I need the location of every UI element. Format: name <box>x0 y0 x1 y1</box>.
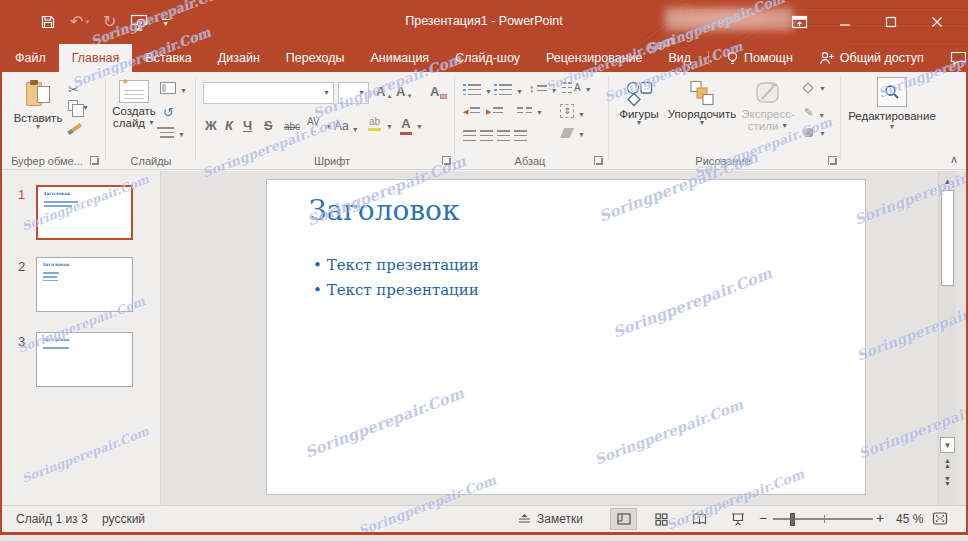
slideshow-view-button[interactable] <box>724 508 751 530</box>
zoom-level[interactable]: 45 % <box>896 512 923 526</box>
new-slide-button[interactable]: * Создать слайд▼ <box>110 80 158 129</box>
text-shadow-icon[interactable]: abc <box>284 121 300 132</box>
align-left-icon[interactable] <box>463 130 476 141</box>
bullets-icon[interactable]: ▼ <box>463 84 492 95</box>
font-name-combobox[interactable]: ▼ <box>203 82 334 104</box>
notes-icon[interactable] <box>518 513 531 525</box>
section-icon[interactable]: ▼ <box>160 127 185 138</box>
clipboard-dialog-launcher[interactable] <box>90 156 99 165</box>
text-direction-icon[interactable]: A▼ <box>562 82 592 93</box>
font-color-icon[interactable]: А <box>400 116 412 135</box>
slide-bullet-text[interactable]: Текст презентации <box>313 256 479 274</box>
decrease-indent-icon[interactable]: ◀ <box>463 107 480 116</box>
align-justify-icon[interactable] <box>514 130 527 141</box>
language-indicator[interactable]: русский <box>102 512 145 526</box>
tab-animations[interactable]: Анимация <box>357 44 442 72</box>
normal-view-button[interactable] <box>610 508 637 530</box>
font-dialog-launcher[interactable] <box>442 156 451 165</box>
shape-effects-icon[interactable]: ▼ <box>804 128 826 137</box>
format-painter-icon[interactable] <box>68 120 84 134</box>
slide-thumbnail-2[interactable]: Заголовок <box>36 257 133 312</box>
vertical-scrollbar[interactable]: ▲ ▼ ▲▲ ▼▼ <box>938 171 956 505</box>
fit-to-window-icon[interactable] <box>932 511 948 526</box>
convert-smartart-icon[interactable]: ▼ <box>560 128 585 138</box>
change-case-icon[interactable]: Aa▼ <box>334 119 359 133</box>
grow-font-icon[interactable]: А▲ <box>376 84 392 99</box>
clipboard-group-label: Буфер обме... <box>6 155 88 167</box>
next-slide-icon[interactable]: ▼▼ <box>939 477 956 486</box>
previous-slide-icon[interactable]: ▲▲ <box>939 459 956 468</box>
numbering-icon[interactable]: ▼ <box>494 84 523 95</box>
scrollbar-thumb[interactable] <box>941 190 954 286</box>
blurred-account-name <box>665 8 793 30</box>
window-controls <box>776 0 960 44</box>
collapse-ribbon-icon[interactable]: ∧ <box>950 153 958 166</box>
slide-thumbnail-1[interactable]: Заголовок <box>36 185 133 240</box>
shapes-button[interactable]: Фигуры ▼ <box>614 80 664 126</box>
slide-canvas[interactable]: Заголовок Текст презентации Текст презен… <box>266 179 866 495</box>
tab-home[interactable]: Главная <box>59 44 133 72</box>
tab-insert[interactable]: Вставка <box>132 44 204 72</box>
quick-styles-icon <box>754 80 782 107</box>
tab-review[interactable]: Рецензирование <box>533 44 656 72</box>
align-center-icon[interactable] <box>480 130 493 141</box>
clear-formatting-icon[interactable]: А <box>430 84 447 99</box>
drawing-dialog-launcher[interactable] <box>828 156 837 165</box>
tab-share[interactable]: Общий доступ <box>806 44 937 72</box>
slides-group-label: Слайды <box>108 155 194 167</box>
notes-toggle[interactable]: Заметки <box>537 512 583 526</box>
slide-layout-icon[interactable]: ▼ <box>160 82 187 94</box>
paste-button[interactable]: Вставить ▼ <box>14 80 62 130</box>
powerpoint-window: ↶▾ ↻ ▾ Презентация1 - PowerPoint Файл Гл… <box>0 0 968 535</box>
shrink-font-icon[interactable]: А▼ <box>396 84 412 99</box>
shape-outline-icon[interactable]: ✎▼ <box>804 106 825 119</box>
cut-icon[interactable]: ✂ <box>68 82 79 97</box>
shape-fill-icon[interactable]: ▼ <box>804 84 826 92</box>
editing-button[interactable]: Редактирование ▼ <box>844 77 940 130</box>
scroll-down-icon[interactable]: ▼ <box>940 437 955 453</box>
quick-styles-button[interactable]: Экспресс- стили▼ <box>742 80 794 132</box>
strikethrough-icon[interactable]: S <box>264 118 273 133</box>
slide-bullet-text[interactable]: Текст презентации <box>313 281 479 299</box>
character-spacing-icon[interactable]: AV↔ <box>307 116 320 133</box>
font-size-combobox[interactable]: ▼ <box>338 82 369 104</box>
minimize-button[interactable] <box>822 0 868 44</box>
tab-file[interactable]: Файл <box>2 44 59 72</box>
copy-icon[interactable]: ▼ <box>68 100 89 111</box>
close-button[interactable] <box>914 0 960 44</box>
zoom-in-icon[interactable]: + <box>876 510 884 526</box>
italic-icon[interactable]: К <box>225 118 233 133</box>
reset-slide-icon[interactable]: ↺ <box>163 105 174 120</box>
slide-indicator[interactable]: Слайд 1 из 3 <box>16 512 88 526</box>
slide-thumbnail-3[interactable]: Заголовок <box>36 332 133 387</box>
arrange-button[interactable]: Упорядочить ▼ <box>664 80 740 126</box>
maximize-button[interactable] <box>868 0 914 44</box>
columns-icon[interactable]: ▼ <box>517 107 543 116</box>
tab-design[interactable]: Дизайн <box>205 44 273 72</box>
increase-indent-icon[interactable]: ▶ <box>486 107 503 116</box>
reading-view-button[interactable] <box>686 508 713 530</box>
zoom-slider-track[interactable] <box>773 518 873 520</box>
zoom-slider-thumb[interactable] <box>790 513 795 526</box>
underline-icon[interactable]: Ч <box>243 118 252 133</box>
bold-icon[interactable]: Ж <box>205 118 217 133</box>
slide-title-text[interactable]: Заголовок <box>309 194 459 227</box>
tab-view[interactable]: Вид <box>655 44 704 72</box>
tab-transitions[interactable]: Переходы <box>273 44 358 72</box>
font-group-label: Шрифт <box>302 155 362 167</box>
zoom-out-icon[interactable]: − <box>759 510 767 526</box>
comments-icon[interactable] <box>937 44 968 72</box>
paragraph-dialog-launcher[interactable] <box>594 156 603 165</box>
line-spacing-icon[interactable]: ↕▼ <box>529 82 557 94</box>
ribbon-display-options-icon[interactable] <box>776 0 822 44</box>
tab-tell-me[interactable]: Помощн <box>713 44 806 72</box>
paragraph-group-label: Абзац <box>500 155 560 167</box>
align-right-icon[interactable] <box>497 130 510 141</box>
tab-slideshow[interactable]: Слайд-шоу <box>442 44 533 72</box>
ribbon-tabs: Файл Главная Вставка Дизайн Переходы Ани… <box>2 44 966 72</box>
shapes-icon <box>624 80 654 107</box>
scroll-up-icon[interactable]: ▲ <box>939 177 956 186</box>
align-text-vertical-icon[interactable]: ⇕▼ <box>560 104 585 118</box>
text-highlight-icon[interactable]: ab <box>368 116 381 131</box>
slide-sorter-view-button[interactable] <box>648 508 675 530</box>
